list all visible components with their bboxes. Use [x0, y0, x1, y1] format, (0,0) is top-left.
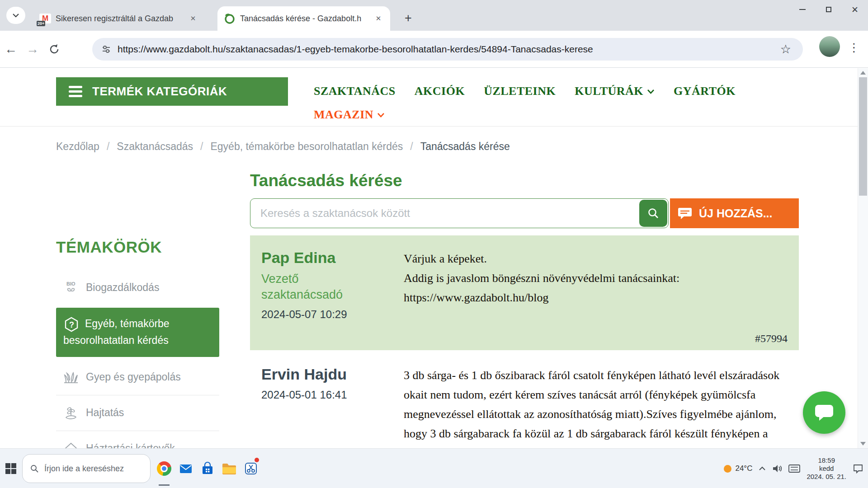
tab-close-icon[interactable]: ✕	[373, 13, 384, 24]
bookmark-star-icon[interactable]: ☆	[780, 42, 791, 56]
browser-tabstrip: M 20+ Sikeresen regisztráltál a Gazdab ✕…	[0, 0, 868, 31]
back-button[interactable]: ←	[0, 42, 22, 56]
svg-text:BIO: BIO	[66, 281, 75, 286]
chevron-up-icon	[759, 466, 766, 471]
folder-icon	[222, 462, 237, 475]
post-meta: Ervin Hajdu 2024-05-01 16:41	[261, 366, 404, 448]
minimize-button[interactable]	[789, 0, 816, 19]
sidebar-item-haztartasi-kartevok[interactable]: Háztartási kártevők	[56, 434, 219, 448]
browser-toolbar: ← → https://www.gazdabolt.hu/szaktanacsa…	[0, 31, 868, 68]
forward-button[interactable]: →	[22, 42, 43, 56]
clock-day: kedd	[807, 465, 846, 473]
action-center-icon	[853, 463, 863, 474]
nav-uzleteink[interactable]: ÜZLETEINK	[484, 84, 556, 98]
post-author[interactable]: Pap Edina	[261, 249, 404, 267]
post-author[interactable]: Ervin Hajdu	[261, 366, 404, 383]
weather-widget[interactable]: 24°C	[724, 464, 752, 473]
chevron-down-icon	[647, 89, 655, 94]
clock-time: 18:59	[807, 456, 846, 465]
start-button[interactable]	[0, 449, 22, 488]
site-settings-icon[interactable]	[101, 44, 111, 54]
sidebar-item-gyep[interactable]: Gyep és gyepápolás	[56, 362, 219, 392]
new-comment-button[interactable]: ÚJ HOZZÁS...	[670, 198, 799, 228]
post-link[interactable]: https://www.gazdabolt.hu/blog	[404, 288, 782, 307]
live-chat-fab[interactable]	[803, 391, 845, 434]
advice-search-button[interactable]	[639, 200, 667, 227]
breadcrumb: Kezdőlap / Szaktanácsadás / Egyéb, témak…	[56, 141, 510, 153]
breadcrumb-home[interactable]: Kezdőlap	[56, 141, 99, 153]
close-button[interactable]: ✕	[842, 0, 868, 19]
scroll-up-arrow[interactable]	[860, 71, 866, 75]
notification-badge	[255, 458, 259, 462]
sidebar-title: TÉMAKÖRÖK	[56, 238, 219, 256]
scrollbar-thumb[interactable]	[859, 77, 867, 196]
tab-search-button[interactable]	[6, 7, 25, 24]
page-scrollbar[interactable]	[858, 68, 868, 448]
file-explorer-taskbar-icon[interactable]	[218, 449, 240, 488]
breadcrumb-category[interactable]: Egyéb, témakörbe besorolhatatlan kérdés	[210, 141, 403, 153]
tab-gmail[interactable]: M 20+ Sikeresen regisztráltál a Gazdab ✕	[33, 6, 205, 31]
bio-icon: BIO	[63, 280, 79, 295]
touch-keyboard-tray-icon[interactable]	[788, 465, 800, 473]
reload-icon	[48, 43, 60, 55]
chevron-down-icon	[13, 14, 19, 18]
nav-gyartok[interactable]: GYÁRTÓK	[674, 84, 736, 98]
speaker-icon	[772, 464, 782, 473]
windows-taskbar: Írjon ide a kereséshez	[0, 448, 868, 488]
new-tab-button[interactable]: +	[400, 10, 416, 26]
post-user-question: Ervin Hajdu 2024-05-01 16:41 3 db sárga-…	[250, 352, 799, 448]
main-navigation: SZAKTANÁCS AKCIÓK ÜZLETEINK KULTÚRÁK GYÁ…	[314, 84, 736, 98]
sidebar-item-biogazdalkodas[interactable]: BIO Biogazdálkodás	[56, 272, 219, 302]
store-taskbar-icon[interactable]	[197, 449, 218, 488]
scroll-down-arrow[interactable]	[860, 442, 866, 446]
taskbar-clock[interactable]: 18:59 kedd 2024. 05. 21.	[807, 456, 846, 481]
taskbar-search-placeholder: Írjon ide a kereséshez	[44, 464, 124, 474]
mail-icon	[179, 461, 193, 476]
nav-kulturak[interactable]: KULTÚRÁK	[575, 84, 655, 98]
chevron-down-icon	[377, 113, 385, 117]
tab-gazdabolt[interactable]: Tanácsadás kérése - Gazdabolt.h ✕	[217, 6, 390, 31]
hamburger-icon	[69, 86, 82, 97]
post-body: 3 db sárga- és 1 db őszibarack fáról csa…	[404, 366, 782, 448]
windows-logo-icon	[5, 463, 16, 474]
post-body: Várjuk a képeket. Addig is javaslom böng…	[404, 249, 782, 339]
page-viewport: TERMÉK KATEGÓRIÁK SZAKTANÁCS AKCIÓK ÜZLE…	[0, 68, 868, 448]
divider	[56, 431, 219, 431]
chrome-taskbar-icon[interactable]	[153, 449, 175, 488]
svg-text:?: ?	[69, 320, 74, 329]
mail-taskbar-icon[interactable]	[175, 449, 197, 488]
nav-szaktanacs[interactable]: SZAKTANÁCS	[314, 84, 396, 98]
post-advisor-reply: Pap Edina Vezető szaktanácsadó 2024-05-0…	[250, 235, 799, 350]
maximize-button[interactable]	[816, 0, 842, 19]
taskbar-search[interactable]: Írjon ide a kereséshez	[22, 454, 151, 483]
breadcrumb-szaktanacsadas[interactable]: Szaktanácsadás	[117, 141, 193, 153]
search-icon	[647, 207, 660, 220]
reload-button[interactable]	[43, 43, 65, 55]
nav-akciok[interactable]: AKCIÓK	[415, 84, 465, 98]
nav-magazin[interactable]: MAGAZIN	[314, 108, 385, 122]
post-id: #57994	[755, 333, 788, 345]
advice-search-input[interactable]	[250, 198, 669, 228]
store-bag-icon	[200, 461, 215, 476]
action-center-button[interactable]	[853, 463, 863, 474]
snipping-tool-icon	[244, 461, 258, 476]
window-controls: ✕	[789, 0, 868, 19]
sidebar-item-egyeb-active[interactable]: ? Egyéb, témakörbe besorolhatatlan kérdé…	[56, 308, 219, 357]
sidebar-item-hajtatas[interactable]: Hajtatás	[56, 398, 219, 428]
address-bar[interactable]: https://www.gazdabolt.hu/szaktanacsadas/…	[92, 38, 803, 61]
browser-menu-icon[interactable]: ⋮	[848, 41, 860, 55]
url-text[interactable]: https://www.gazdabolt.hu/szaktanacsadas/…	[118, 44, 778, 55]
grass-icon	[63, 370, 79, 385]
volume-tray-icon[interactable]	[772, 464, 782, 473]
breadcrumb-current: Tanácsadás kérése	[420, 141, 510, 153]
product-categories-button[interactable]: TERMÉK KATEGÓRIÁK	[56, 77, 288, 106]
search-icon	[30, 464, 39, 473]
tab-close-icon[interactable]: ✕	[188, 13, 198, 24]
snipping-tool-taskbar-icon[interactable]	[240, 449, 262, 488]
system-tray: 24°C 18:59 kedd 2024. 05. 21.	[724, 449, 863, 488]
post-author-role: Vezető szaktanácsadó	[261, 271, 352, 303]
chat-bubble-icon	[677, 206, 693, 220]
question-hexagon-icon: ?	[63, 316, 80, 333]
profile-avatar[interactable]	[819, 36, 840, 57]
tray-expand-chevron[interactable]	[759, 466, 766, 471]
